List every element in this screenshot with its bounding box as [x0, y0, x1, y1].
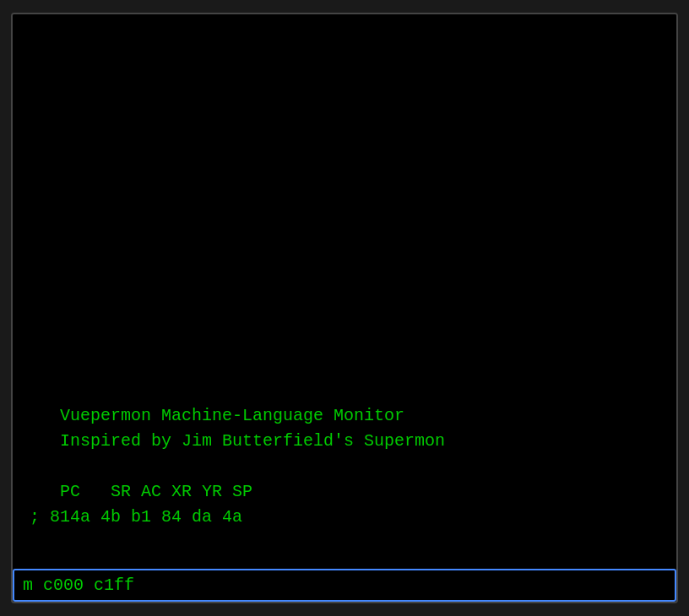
terminal-output: Vuepermon Machine-Language Monitor Inspi… [30, 378, 659, 555]
terminal-input[interactable] [23, 575, 666, 595]
terminal-container: Vuepermon Machine-Language Monitor Inspi… [11, 13, 678, 603]
terminal-screen: Vuepermon Machine-Language Monitor Inspi… [13, 14, 676, 569]
terminal-input-row[interactable] [13, 569, 676, 602]
